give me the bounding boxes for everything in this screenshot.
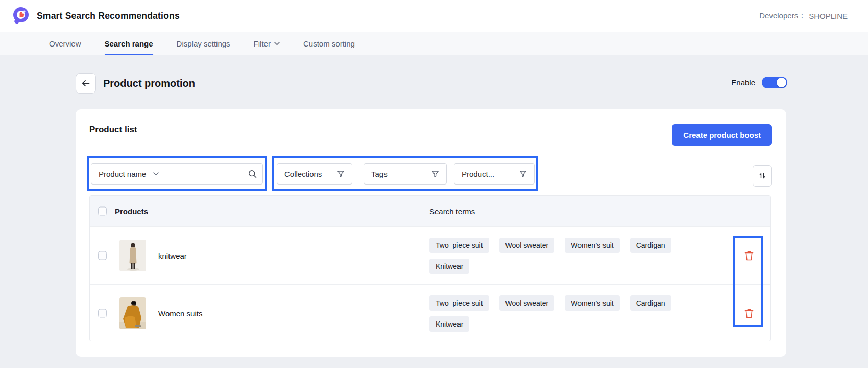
delete-row-button[interactable] xyxy=(742,249,756,262)
product-search-control: Product name xyxy=(91,163,263,185)
select-all-checkbox[interactable] xyxy=(98,207,107,216)
chevron-down-icon xyxy=(153,172,159,176)
funnel-icon xyxy=(519,170,527,178)
app-logo-icon xyxy=(12,7,31,25)
filter-collections-button[interactable]: Collections xyxy=(277,163,352,185)
search-icon xyxy=(248,170,257,178)
trash-icon xyxy=(744,250,754,261)
search-terms-tags: Two–piece suit Wool sweater Women’s suit… xyxy=(429,295,715,332)
product-name: knitwear xyxy=(158,227,187,285)
active-tab-underline xyxy=(105,54,153,55)
search-term-tag: Wool sweater xyxy=(499,238,555,253)
tab-search-range[interactable]: Search range xyxy=(105,32,153,55)
table-row: knitwear Two–piece suit Wool sweater Wom… xyxy=(90,226,770,284)
column-header-search-terms: Search terms xyxy=(429,196,475,226)
tab-filter[interactable]: Filter xyxy=(254,32,280,55)
tab-overview[interactable]: Overview xyxy=(49,32,81,55)
product-image-women-suits xyxy=(119,297,146,329)
search-term-tag: Women’s suit xyxy=(565,295,620,311)
row-checkbox[interactable] xyxy=(98,251,107,260)
tab-custom-sorting[interactable]: Custom sorting xyxy=(303,32,355,55)
product-name: Women suits xyxy=(158,285,202,342)
search-terms-tags: Two–piece suit Wool sweater Women’s suit… xyxy=(429,238,715,274)
chevron-down-icon xyxy=(274,42,280,45)
search-term-tag: Women’s suit xyxy=(565,238,620,253)
search-term-tag: Cardigan xyxy=(630,238,671,253)
filter-product-button[interactable]: Product... xyxy=(454,163,535,185)
search-term-tag: Cardigan xyxy=(630,295,671,311)
app-header: Smart Search Recommendations Developers：… xyxy=(0,0,868,32)
table-row: Women suits Two–piece suit Wool sweater … xyxy=(90,284,770,342)
search-term-tag: Wool sweater xyxy=(499,295,555,311)
enable-toggle[interactable] xyxy=(762,77,787,88)
toggle-knob xyxy=(777,78,786,87)
search-term-tag: Two–piece suit xyxy=(429,295,489,311)
sort-arrows-icon xyxy=(758,172,766,180)
column-header-products: Products xyxy=(115,196,148,226)
search-box xyxy=(165,164,262,184)
sort-button[interactable] xyxy=(753,165,772,187)
search-term-tag: Knitwear xyxy=(429,316,469,332)
funnel-icon xyxy=(431,170,439,178)
page-title: Product promotion xyxy=(103,75,195,91)
tab-display-settings[interactable]: Display settings xyxy=(177,32,230,55)
trash-icon xyxy=(744,308,754,319)
developers-value: SHOPLINE xyxy=(809,12,848,20)
product-list-card: Product list Create product boost Produc… xyxy=(76,109,786,357)
tab-bar: Overview Search range Display settings F… xyxy=(0,32,868,55)
search-term-tag: Knitwear xyxy=(429,259,469,274)
row-checkbox[interactable] xyxy=(98,309,107,318)
card-heading: Product list xyxy=(89,125,137,135)
developers-info: Developers： SHOPLINE xyxy=(759,0,848,32)
funnel-icon xyxy=(337,170,345,178)
search-field-selector[interactable]: Product name xyxy=(91,164,165,184)
delete-row-button[interactable] xyxy=(742,307,756,320)
developers-label: Developers： xyxy=(759,11,806,21)
filter-tags-button[interactable]: Tags xyxy=(364,163,447,185)
search-term-tag: Two–piece suit xyxy=(429,238,489,253)
app-title: Smart Search Recommendations xyxy=(37,0,180,32)
arrow-left-icon xyxy=(81,78,91,88)
back-button[interactable] xyxy=(76,73,96,94)
enable-label: Enable xyxy=(731,78,755,87)
table-header: Products Search terms xyxy=(90,196,770,226)
enable-control: Enable xyxy=(731,77,787,88)
product-image-knitwear xyxy=(119,240,146,271)
create-product-boost-button[interactable]: Create product boost xyxy=(672,124,772,146)
product-table: Products Search terms knitwear Two–piece… xyxy=(89,195,771,341)
